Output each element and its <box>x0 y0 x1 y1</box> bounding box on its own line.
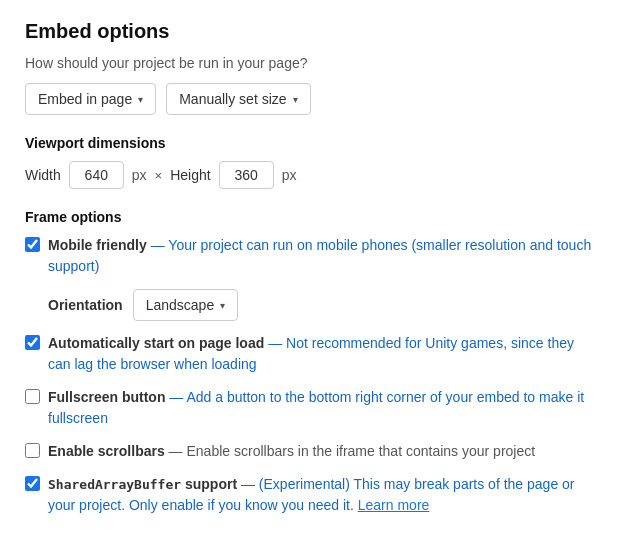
fullscreen-checkbox[interactable] <box>25 389 40 404</box>
fullscreen-bold: Fullscreen button <box>48 389 165 405</box>
height-label: Height <box>170 167 210 183</box>
auto-start-checkbox[interactable] <box>25 335 40 350</box>
height-px-unit: px <box>282 167 297 183</box>
orientation-value: Landscape <box>146 297 215 313</box>
scrollbars-desc: — Enable scrollbars in the iframe that c… <box>169 443 536 459</box>
page-title: Embed options <box>25 20 595 43</box>
auto-start-bold: Automatically start on page load <box>48 335 264 351</box>
auto-start-text: Automatically start on page load — Not r… <box>48 333 595 375</box>
cross-symbol: × <box>155 168 163 183</box>
mobile-friendly-option: Mobile friendly — Your project can run o… <box>25 235 595 277</box>
embed-in-page-label: Embed in page <box>38 91 132 107</box>
sharedarraybuffer-option: SharedArrayBuffer support — (Experimenta… <box>25 474 595 516</box>
orientation-dropdown[interactable]: Landscape ▾ <box>133 289 239 321</box>
sharedarraybuffer-text: SharedArrayBuffer support — (Experimenta… <box>48 474 595 516</box>
dimensions-row: Width px × Height px <box>25 161 595 189</box>
scrollbars-checkbox[interactable] <box>25 443 40 458</box>
sharedarraybuffer-checkbox[interactable] <box>25 476 40 491</box>
fullscreen-text: Fullscreen button — Add a button to the … <box>48 387 595 429</box>
size-chevron-icon: ▾ <box>293 94 298 105</box>
orientation-row: Orientation Landscape ▾ <box>48 289 595 321</box>
height-input[interactable] <box>219 161 274 189</box>
manually-set-size-label: Manually set size <box>179 91 286 107</box>
embed-chevron-icon: ▾ <box>138 94 143 105</box>
manually-set-size-dropdown[interactable]: Manually set size ▾ <box>166 83 310 115</box>
mobile-friendly-bold: Mobile friendly <box>48 237 147 253</box>
scrollbars-bold: Enable scrollbars <box>48 443 165 459</box>
mobile-friendly-text: Mobile friendly — Your project can run o… <box>48 235 595 277</box>
embed-in-page-dropdown[interactable]: Embed in page ▾ <box>25 83 156 115</box>
width-px-unit: px <box>132 167 147 183</box>
scrollbars-text: Enable scrollbars — Enable scrollbars in… <box>48 441 535 462</box>
width-label: Width <box>25 167 61 183</box>
orientation-label: Orientation <box>48 297 123 313</box>
orientation-chevron-icon: ▾ <box>220 300 225 311</box>
dropdowns-row: Embed in page ▾ Manually set size ▾ <box>25 83 595 115</box>
subtitle-text: How should your project be run in your p… <box>25 55 595 71</box>
mobile-friendly-checkbox[interactable] <box>25 237 40 252</box>
frame-options-section: Frame options Mobile friendly — Your pro… <box>25 209 595 516</box>
frame-options-label: Frame options <box>25 209 595 225</box>
learn-more-link[interactable]: Learn more <box>358 497 430 513</box>
fullscreen-option: Fullscreen button — Add a button to the … <box>25 387 595 429</box>
auto-start-option: Automatically start on page load — Not r… <box>25 333 595 375</box>
viewport-section-label: Viewport dimensions <box>25 135 595 151</box>
scrollbars-option: Enable scrollbars — Enable scrollbars in… <box>25 441 595 462</box>
width-input[interactable] <box>69 161 124 189</box>
sharedarraybuffer-bold: SharedArrayBuffer support <box>48 476 237 492</box>
